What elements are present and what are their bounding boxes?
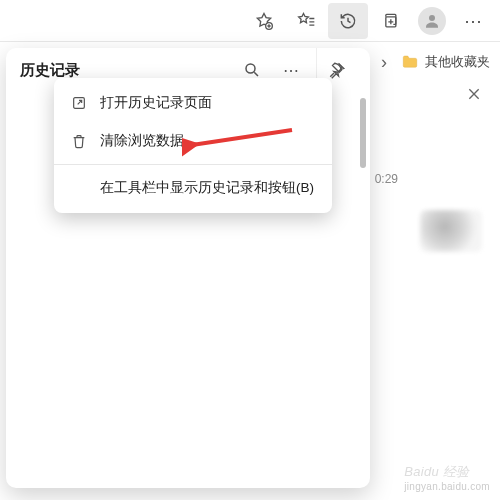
menu-show-in-toolbar[interactable]: 在工具栏中显示历史记录和按钮(B)	[54, 169, 332, 207]
svg-point-2	[429, 15, 435, 21]
menu-item-label: 打开历史记录页面	[100, 94, 212, 112]
scrollbar-thumb[interactable]	[360, 98, 366, 168]
chevron-right-icon[interactable]: ›	[381, 52, 387, 73]
more-button[interactable]: ⋯	[454, 3, 494, 39]
watermark-brand: Baidu 经验	[404, 463, 490, 481]
favorites-button[interactable]	[286, 3, 326, 39]
menu-open-history-page[interactable]: 打开历史记录页面	[54, 84, 332, 122]
panel-title: 历史记录	[20, 61, 228, 80]
folder-icon	[401, 53, 419, 71]
svg-point-3	[246, 64, 255, 73]
avatar-icon	[418, 7, 446, 35]
star-list-icon	[296, 11, 316, 31]
collections-icon	[380, 11, 400, 31]
scrollbar[interactable]	[360, 98, 366, 398]
watermark: Baidu 经验 jingyan.baidu.com	[404, 463, 490, 492]
trash-icon	[70, 133, 88, 149]
search-icon	[243, 61, 261, 79]
star-plus-icon	[254, 11, 274, 31]
menu-item-label: 在工具栏中显示历史记录和按钮(B)	[100, 179, 314, 197]
watermark-url: jingyan.baidu.com	[404, 481, 490, 492]
add-favorite-button[interactable]	[244, 3, 284, 39]
pin-icon	[328, 61, 346, 79]
history-icon	[338, 11, 358, 31]
ellipsis-icon: ⋯	[283, 61, 301, 80]
time-label: 0:29	[375, 172, 398, 186]
ellipsis-icon: ⋯	[464, 10, 484, 32]
folder-label: 其他收藏夹	[425, 53, 490, 71]
background-thumbnail	[420, 210, 482, 252]
profile-button[interactable]	[412, 3, 452, 39]
menu-item-label: 清除浏览数据	[100, 132, 184, 150]
browser-toolbar: ⋯	[0, 0, 500, 42]
history-button[interactable]	[328, 3, 368, 39]
menu-separator	[54, 164, 332, 165]
close-icon	[466, 86, 482, 102]
close-button[interactable]	[466, 86, 482, 102]
open-external-icon	[70, 95, 88, 111]
collections-button[interactable]	[370, 3, 410, 39]
menu-clear-browsing-data[interactable]: 清除浏览数据	[54, 122, 332, 160]
history-context-menu: 打开历史记录页面 清除浏览数据 在工具栏中显示历史记录和按钮(B)	[54, 78, 332, 213]
other-favorites-folder[interactable]: 其他收藏夹	[401, 53, 490, 71]
